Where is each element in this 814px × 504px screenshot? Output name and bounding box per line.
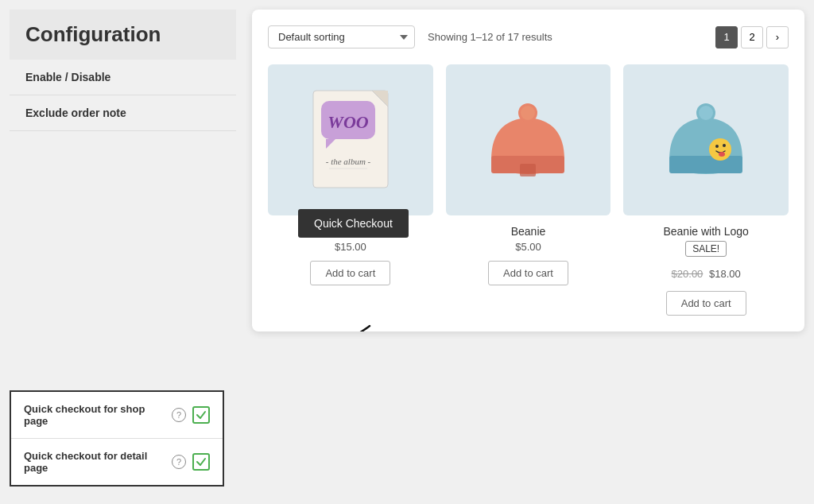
- add-to-cart-beanie[interactable]: Add to cart: [488, 261, 568, 285]
- svg-point-19: [723, 144, 726, 147]
- checkbox-shop[interactable]: [192, 406, 210, 424]
- main-container: Configuration Enable / Disable Exclude o…: [10, 10, 804, 494]
- page-btn-1[interactable]: 1: [715, 26, 738, 48]
- svg-point-12: [521, 106, 535, 120]
- shop-panel: Default sorting Sort by popularity Sort …: [252, 10, 804, 494]
- settings-shop-label: Quick checkout for shop page: [24, 403, 165, 427]
- sidebar-item-exclude-order-note[interactable]: Exclude order note: [10, 95, 236, 131]
- results-text: Showing 1–12 of 17 results: [428, 31, 703, 43]
- product-price-beanie-logo: $20.00 $18.00: [672, 268, 741, 280]
- product-image-beanie: [446, 64, 611, 215]
- svg-point-16: [699, 106, 713, 120]
- sort-select[interactable]: Default sorting Sort by popularity Sort …: [268, 25, 415, 48]
- original-price: $20.00: [672, 268, 704, 280]
- sidebar-item-enable-disable[interactable]: Enable / Disable: [10, 60, 236, 95]
- add-to-cart-beanie-logo[interactable]: Add to cart: [666, 291, 746, 316]
- quick-checkout-button[interactable]: Quick Checkout: [298, 209, 409, 238]
- settings-row-detail: Quick checkout for detail page ?: [11, 439, 223, 485]
- settings-detail-label: Quick checkout for detail page: [24, 450, 165, 474]
- svg-point-17: [709, 138, 731, 161]
- sidebar-title: Configuration: [10, 10, 236, 60]
- sale-price: $18.00: [709, 268, 741, 280]
- product-image-beanie-logo: [623, 64, 789, 215]
- svg-rect-14: [669, 156, 742, 173]
- checkbox-detail[interactable]: [192, 453, 210, 471]
- page-btn-next[interactable]: ›: [766, 26, 789, 48]
- shop-toolbar: Default sorting Sort by popularity Sort …: [268, 25, 789, 48]
- page-btn-2[interactable]: 2: [741, 26, 763, 48]
- settings-box: Quick checkout for shop page ? Quick che…: [10, 390, 224, 487]
- product-card-beanie-logo: Beanie with Logo SALE! $20.00 $18.00 Add…: [623, 64, 789, 316]
- product-card-album: WOO - the album - Album $15.00 Add to ca…: [268, 64, 433, 316]
- shop-card: Default sorting Sort by popularity Sort …: [252, 10, 804, 331]
- sale-badge: SALE!: [685, 241, 727, 257]
- svg-text:WOO: WOO: [328, 112, 368, 132]
- help-icon-detail[interactable]: ?: [172, 455, 186, 469]
- sidebar: Configuration Enable / Disable Exclude o…: [10, 10, 236, 494]
- product-name-beanie-logo: Beanie with Logo: [663, 225, 748, 238]
- help-icon-shop[interactable]: ?: [172, 408, 186, 422]
- product-card-beanie: Beanie $5.00 Add to cart: [446, 64, 611, 316]
- product-grid: WOO - the album - Album $15.00 Add to ca…: [268, 64, 789, 316]
- product-name-beanie: Beanie: [511, 225, 546, 238]
- settings-row-shop: Quick checkout for shop page ?: [11, 392, 223, 439]
- svg-text:- the album -: - the album -: [326, 157, 371, 166]
- pagination: 1 2 ›: [715, 26, 789, 48]
- svg-rect-10: [520, 164, 536, 176]
- product-image-album: WOO - the album -: [268, 64, 433, 215]
- svg-point-18: [715, 145, 719, 148]
- product-price-album: $15.00: [335, 241, 366, 253]
- product-price-beanie: $5.00: [515, 241, 541, 253]
- svg-point-20: [719, 152, 725, 157]
- add-to-cart-album[interactable]: Add to cart: [310, 261, 390, 285]
